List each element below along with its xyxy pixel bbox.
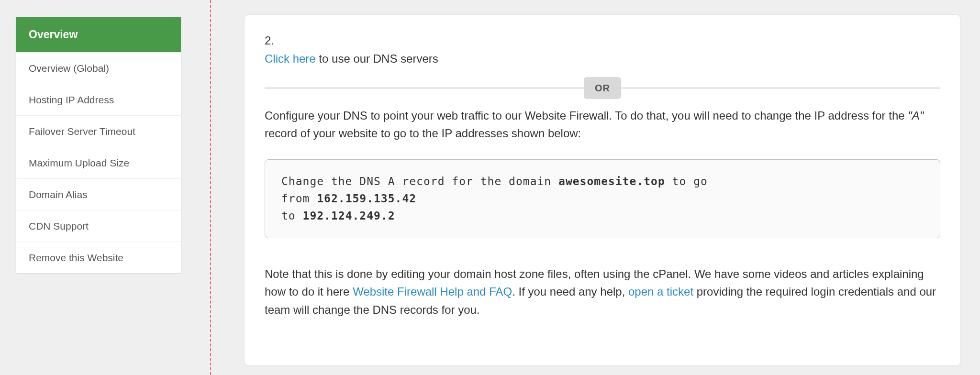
sidebar-item-domain-alias[interactable]: Domain Alias bbox=[16, 179, 181, 210]
click-here-link[interactable]: Click here bbox=[265, 52, 316, 65]
dns-instruction-paragraph: Configure your DNS to point your web tra… bbox=[265, 107, 940, 142]
step-number: 2. bbox=[265, 34, 940, 47]
sidebar-item-hosting-ip[interactable]: Hosting IP Address bbox=[16, 84, 181, 116]
sidebar-item-label: Overview (Global) bbox=[29, 63, 109, 74]
sidebar-item-remove-website[interactable]: Remove this Website bbox=[16, 242, 181, 273]
sidebar-item-label: Failover Server Timeout bbox=[29, 126, 135, 137]
note-paragraph: Note that this is done by editing your d… bbox=[265, 265, 940, 319]
code-line-1: Change the DNS A record for the domain a… bbox=[281, 173, 924, 190]
from-ip: 162.159.135.42 bbox=[317, 192, 416, 205]
sidebar-item-label: Hosting IP Address bbox=[29, 94, 114, 105]
sidebar-item-failover-timeout[interactable]: Failover Server Timeout bbox=[16, 116, 181, 147]
text: to bbox=[281, 210, 303, 222]
click-here-line: Click here to use our DNS servers bbox=[265, 52, 940, 66]
sidebar-item-overview-global[interactable]: Overview (Global) bbox=[16, 53, 181, 84]
or-pill: OR bbox=[584, 77, 621, 99]
text: record of your website to go to the IP a… bbox=[265, 127, 581, 140]
text: Configure your DNS to point your web tra… bbox=[265, 109, 908, 122]
dns-record-codebox: Change the DNS A record for the domain a… bbox=[265, 159, 940, 238]
settings-sidebar: Overview Overview (Global) Hosting IP Ad… bbox=[16, 17, 181, 274]
help-faq-link[interactable]: Website Firewall Help and FAQ bbox=[353, 285, 512, 298]
sidebar-item-label: Remove this Website bbox=[29, 252, 123, 263]
click-here-rest: to use our DNS servers bbox=[316, 52, 438, 65]
a-record-italic: "A" bbox=[908, 109, 924, 122]
instructions-card: 2. Click here to use our DNS servers OR … bbox=[244, 14, 961, 366]
vertical-dashed-divider bbox=[210, 0, 211, 375]
code-line-2: from 162.159.135.42 bbox=[281, 190, 924, 208]
domain-name: awesomesite.top bbox=[558, 175, 665, 188]
sidebar-item-cdn-support[interactable]: CDN Support bbox=[16, 210, 181, 242]
sidebar-item-overview[interactable]: Overview bbox=[16, 17, 181, 53]
text: to go bbox=[665, 175, 708, 188]
or-divider: OR bbox=[265, 88, 940, 88]
sidebar-item-max-upload[interactable]: Maximum Upload Size bbox=[16, 147, 181, 179]
sidebar-item-label: CDN Support bbox=[29, 221, 89, 232]
open-ticket-link[interactable]: open a ticket bbox=[628, 285, 693, 298]
text: Change the DNS A record for the domain bbox=[281, 175, 558, 188]
sidebar-item-label: Overview bbox=[29, 28, 78, 41]
sidebar-item-label: Maximum Upload Size bbox=[29, 157, 129, 168]
sidebar-item-label: Domain Alias bbox=[29, 189, 88, 200]
code-line-3: to 192.124.249.2 bbox=[281, 208, 924, 225]
to-ip: 192.124.249.2 bbox=[303, 210, 395, 222]
text: from bbox=[281, 192, 317, 205]
text: . If you need any help, bbox=[512, 285, 628, 298]
